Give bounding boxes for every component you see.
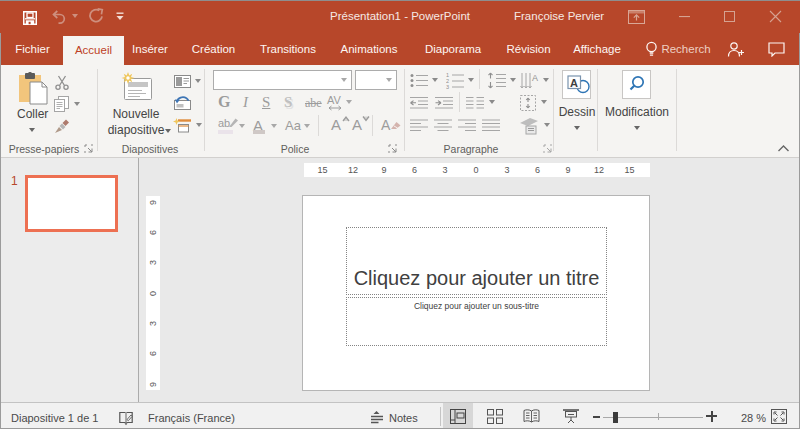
svg-text:3: 3 bbox=[446, 84, 449, 89]
svg-text:A: A bbox=[570, 77, 578, 89]
svg-text:A: A bbox=[532, 73, 538, 83]
